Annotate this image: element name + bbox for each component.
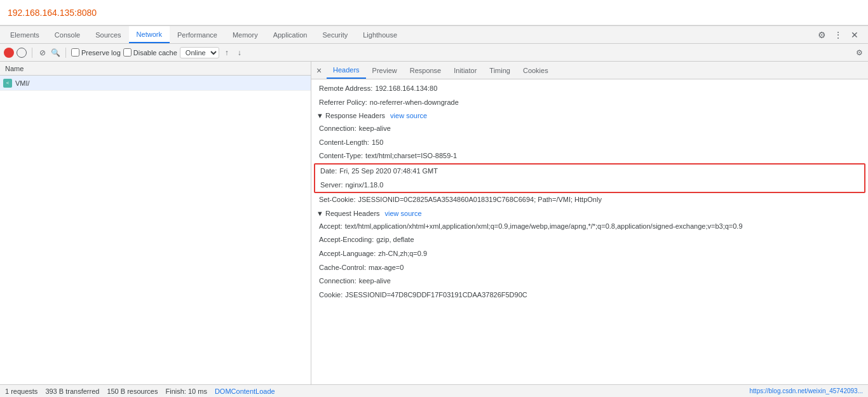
resp-content-type-label: Content-Type: (319, 151, 363, 162)
details-panel: × Headers Preview Response Initiator Tim… (311, 62, 868, 384)
resp-date-row: Date: Fri, 25 Sep 2020 07:48:41 GMT (315, 165, 864, 178)
tab-elements[interactable]: Elements (3, 26, 47, 43)
devtools-more-icon[interactable]: ⋮ (832, 29, 844, 41)
referrer-policy-label: Referrer Policy: (319, 97, 367, 109)
tab-application[interactable]: Application (266, 26, 315, 43)
resp-server-row: Server: nginx/1.18.0 (315, 178, 864, 192)
remote-address-label: Remote Address: (319, 83, 372, 95)
request-headers-label: ▼ Request Headers (316, 210, 380, 217)
tab-performance[interactable]: Performance (170, 26, 225, 43)
req-accept-label: Accept: (319, 221, 342, 232)
tab-security[interactable]: Security (315, 26, 355, 43)
req-accept-encoding-value: gzip, deflate (376, 234, 414, 246)
request-doc-icon: < (3, 78, 13, 88)
network-toolbar: ⊘ 🔍 Preserve log Disable cache Online ↑ … (0, 44, 868, 62)
preserve-log-label: Preserve log (81, 49, 121, 57)
devtools-tabs-left: Elements Console Sources Network Perform… (3, 26, 405, 43)
tab-memory[interactable]: Memory (225, 26, 266, 43)
devtools-panel: Elements Console Sources Network Perform… (0, 25, 868, 397)
disable-cache-checkbox[interactable] (123, 48, 132, 57)
detail-tab-timing[interactable]: Timing (483, 62, 517, 79)
details-tabs: × Headers Preview Response Initiator Tim… (311, 62, 868, 79)
network-settings-icon[interactable]: ⚙ (854, 48, 864, 58)
req-cache-control-label: Cache-Control: (319, 262, 366, 274)
resp-content-type-value: text/html;charset=ISO-8859-1 (365, 151, 457, 162)
devtools-tabs-right: ⚙ ⋮ ✕ (816, 29, 865, 41)
detail-tab-response[interactable]: Response (403, 62, 448, 79)
details-close-btn[interactable]: × (314, 65, 324, 76)
remote-address-row: Remote Address: 192.168.164.134:80 (311, 82, 868, 96)
req-cache-control-value: max-age=0 (369, 262, 403, 274)
preserve-log-checkbox[interactable] (71, 48, 79, 57)
preserve-log-checkbox-label[interactable]: Preserve log (71, 48, 121, 57)
referrer-policy-row: Referrer Policy: no-referrer-when-downgr… (311, 96, 868, 110)
status-finish: Finish: 10 ms (165, 387, 207, 395)
requests-name-header: Name (0, 65, 29, 72)
resp-server-value: nginx/1.18.0 (345, 180, 383, 191)
resp-connection-row: Connection: keep-alive (311, 122, 868, 136)
highlighted-headers-box: Date: Fri, 25 Sep 2020 07:48:41 GMT Serv… (314, 163, 865, 193)
status-requests: 1 requests (5, 387, 37, 395)
tab-console[interactable]: Console (47, 26, 88, 43)
resp-connection-label: Connection: (319, 123, 356, 135)
request-headers-section[interactable]: ▼ Request Headers view source (311, 207, 868, 220)
req-connection-row: Connection: keep-alive (311, 274, 868, 288)
req-accept-encoding-row: Accept-Encoding: gzip, deflate (311, 233, 868, 247)
tab-sources[interactable]: Sources (88, 26, 128, 43)
req-connection-value: keep-alive (359, 276, 391, 287)
resp-set-cookie-label: Set-Cookie: (319, 194, 355, 206)
clear-button[interactable] (17, 48, 27, 58)
requests-panel: Name < VMI/ (0, 62, 311, 384)
toolbar-separator-1 (32, 48, 32, 58)
toolbar-separator-2 (65, 48, 66, 58)
disable-cache-checkbox-label[interactable]: Disable cache (123, 48, 177, 57)
filter-icon[interactable]: ⊘ (37, 48, 48, 58)
tab-network[interactable]: Network (129, 26, 170, 43)
watermark-url: https://blog.csdn.net/weixin_45742093... (750, 387, 863, 394)
detail-tab-cookies[interactable]: Cookies (517, 62, 555, 79)
req-accept-language-row: Accept-Language: zh-CN,zh;q=0.9 (311, 247, 868, 261)
resp-content-length-value: 150 (372, 137, 383, 149)
main-content: Name < VMI/ × Headers Preview Response I… (0, 62, 868, 384)
tab-lighthouse[interactable]: Lighthouse (355, 26, 405, 43)
detail-tab-headers[interactable]: Headers (327, 62, 366, 79)
devtools-settings-icon[interactable]: ⚙ (816, 29, 827, 41)
request-headers-view-source[interactable]: view source (385, 210, 422, 217)
requests-list: < VMI/ (0, 76, 311, 384)
disable-cache-label: Disable cache (133, 49, 177, 57)
search-icon[interactable]: 🔍 (50, 48, 60, 58)
dom-content-loaded-link[interactable]: DOMContentLoade (215, 387, 275, 395)
remote-address-value: 192.168.164.134:80 (375, 83, 437, 95)
devtools-close-icon[interactable]: ✕ (849, 29, 860, 41)
resp-set-cookie-row: Set-Cookie: JSESSIONID=0C2825A5A3534860A… (311, 193, 868, 207)
req-accept-language-label: Accept-Language: (319, 248, 376, 260)
resp-set-cookie-value: JSESSIONID=0C2825A5A3534860A018319C768C6… (358, 194, 601, 206)
request-row[interactable]: < VMI/ (0, 76, 311, 91)
detail-tab-preview[interactable]: Preview (366, 62, 403, 79)
download-icon[interactable]: ↓ (234, 48, 245, 58)
req-cookie-value: JSESSIONID=47D8C9DDF17F03191CDAA37826F5D… (345, 290, 527, 301)
status-transferred: 393 B transferred (45, 387, 99, 395)
response-headers-section[interactable]: ▼ Response Headers view source (311, 109, 868, 122)
resp-date-value: Fri, 25 Sep 2020 07:48:41 GMT (339, 166, 438, 177)
status-bar: 1 requests 393 B transferred 150 B resou… (0, 384, 868, 397)
requests-header: Name (0, 62, 311, 76)
upload-icon[interactable]: ↑ (222, 48, 232, 58)
req-cookie-row: Cookie: JSESSIONID=47D8C9DDF17F03191CDAA… (311, 288, 868, 302)
response-headers-label: ▼ Response Headers (316, 112, 385, 119)
req-cache-control-row: Cache-Control: max-age=0 (311, 261, 868, 275)
resp-date-label: Date: (320, 166, 337, 177)
req-connection-label: Connection: (319, 276, 356, 287)
online-select[interactable]: Online (180, 47, 219, 58)
resp-content-length-row: Content-Length: 150 (311, 136, 868, 150)
response-headers-view-source[interactable]: view source (390, 112, 427, 119)
detail-tab-initiator[interactable]: Initiator (447, 62, 483, 79)
record-button[interactable] (4, 48, 14, 58)
resp-connection-value: keep-alive (359, 123, 391, 135)
resp-server-label: Server: (320, 180, 342, 191)
devtools-tabs-bar: Elements Console Sources Network Perform… (0, 26, 868, 44)
request-name: VMI/ (15, 79, 30, 87)
resp-content-length-label: Content-Length: (319, 137, 369, 149)
req-accept-row: Accept: text/html,application/xhtml+xml,… (311, 220, 868, 234)
details-content[interactable]: Remote Address: 192.168.164.134:80 Refer… (311, 79, 868, 384)
